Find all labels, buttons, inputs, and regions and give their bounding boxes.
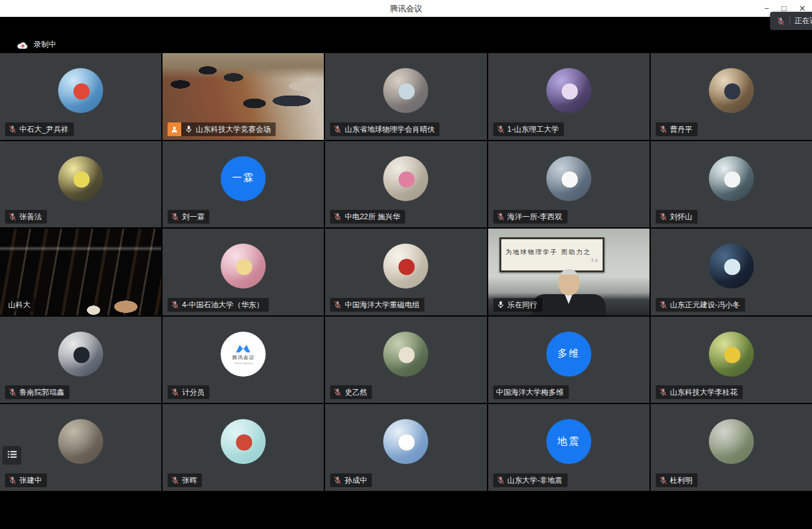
participant-tile[interactable]: 刘怀山	[651, 141, 812, 228]
participant-tile[interactable]: 中石大_尹兵祥	[0, 53, 161, 140]
mic-muted-icon	[659, 476, 668, 485]
name-label: 乐在同行	[493, 298, 543, 312]
participant-name: 山东正元建设-冯小冬	[670, 300, 740, 310]
mic-muted-icon	[776, 17, 785, 26]
mic-muted-icon	[8, 125, 17, 134]
participant-name: 中国海洋大学重磁电组	[344, 300, 419, 310]
mic-muted-icon	[171, 212, 179, 221]
participant-grid: 中石大_尹兵祥山东科技大学竞赛会场山东省地球物理学会肖晴伕1-山东理工大学曹丹平…	[0, 53, 812, 491]
mic-muted-icon	[496, 125, 505, 134]
participant-tile[interactable]: 一霖刘一霖	[163, 141, 324, 228]
avatar-snow-sculpture-photo	[709, 156, 754, 201]
mic-muted-icon	[659, 212, 668, 221]
name-label: 中石大_尹兵祥	[5, 122, 74, 136]
avatar-initials: 多维	[546, 332, 591, 377]
name-label: 4-中国石油大学（华东）	[168, 298, 269, 312]
name-label: 孙成中	[330, 473, 372, 487]
speaking-indicator-panel[interactable]: 正在讲话	[770, 12, 812, 30]
mic-muted-icon	[8, 212, 17, 221]
avatar-initials: 地震	[546, 419, 591, 464]
participant-name: 史乙然	[344, 387, 367, 397]
participant-tile[interactable]: 张善法	[0, 141, 161, 228]
participant-name: 杜利明	[670, 475, 693, 485]
participant-name: 海洋一所-李西双	[508, 212, 563, 222]
participant-tile[interactable]: 山东科技大学竞赛会场	[163, 53, 324, 140]
participant-tile[interactable]: 海洋一所-李西双	[488, 141, 649, 228]
panel-divider	[789, 17, 790, 25]
mic-muted-icon	[8, 476, 17, 485]
mic-muted-icon	[333, 300, 342, 309]
participant-tile[interactable]: 多维中国海洋大学梅多维	[488, 317, 649, 403]
participant-tile[interactable]: 张建中	[0, 404, 161, 491]
tencent-meeting-logo-icon	[234, 344, 253, 353]
avatar-street-scene-photo	[383, 68, 428, 113]
name-label: 刘怀山	[656, 210, 698, 224]
participant-tile[interactable]: 1-山东理工大学	[488, 53, 649, 140]
name-label: 山东正元建设-冯小冬	[656, 298, 745, 312]
participant-name: 刘怀山	[670, 212, 693, 222]
participant-tile[interactable]: 孙成中	[325, 404, 486, 491]
participant-tile[interactable]: 史乙然	[325, 317, 486, 403]
avatar-pink-anime-character	[221, 244, 266, 289]
participant-tile[interactable]: 山东正元建设-冯小冬	[651, 229, 812, 315]
mic-muted-icon	[496, 476, 505, 485]
mic-muted-icon	[171, 388, 179, 397]
mic-on-icon	[184, 125, 193, 134]
mic-muted-icon	[659, 388, 668, 397]
name-label: 山东省地球物理学会肖晴伕	[330, 122, 439, 136]
participant-name: 鲁南院郭琨鑫	[19, 387, 64, 397]
avatar-autumn-park-aerial-photo	[709, 332, 754, 377]
participant-name: 张善法	[19, 212, 42, 222]
participant-tile[interactable]: 中电22所 施兴华	[325, 141, 486, 228]
participant-name: 山东大学-非地震	[508, 475, 563, 485]
name-label: 海洋一所-李西双	[493, 210, 568, 224]
window-minimize-button[interactable]: −	[764, 4, 769, 12]
name-label: 曹丹平	[656, 122, 698, 136]
avatar-child-pink-hat-beach	[383, 156, 428, 201]
participant-name: 中电22所 施兴华	[344, 212, 400, 222]
mic-muted-icon	[171, 300, 179, 309]
participant-tile[interactable]: 鲁南院郭琨鑫	[0, 317, 161, 403]
recording-label: 录制中	[34, 39, 56, 50]
mic-muted-icon	[659, 300, 668, 309]
participant-tile[interactable]: 为地球物理学子 而助力之王 之乐在同行	[488, 229, 649, 315]
participant-name: 中石大_尹兵祥	[19, 124, 69, 134]
recording-indicator: 录制中	[17, 39, 56, 50]
mic-muted-icon	[496, 212, 505, 221]
name-label: 山东大学-非地震	[493, 473, 568, 487]
participant-name: 山科大	[8, 300, 31, 310]
participant-tile[interactable]: 曹丹平	[651, 53, 812, 140]
participant-tile[interactable]: 地震山东大学-非地震	[488, 404, 649, 491]
name-label: 史乙然	[330, 385, 372, 399]
participant-name: 张晖	[182, 475, 197, 485]
avatar-hot-air-balloons-photo	[58, 68, 103, 113]
mic-muted-icon	[333, 125, 342, 134]
participant-name: 中国海洋大学梅多维	[496, 387, 564, 397]
participant-name: 山东省地球物理学会肖晴伕	[344, 124, 434, 134]
name-label: 山科大	[5, 298, 36, 312]
host-person-icon	[171, 126, 178, 133]
participant-tile[interactable]: 山东科技大学李桂花	[651, 317, 812, 403]
name-label: 张善法	[5, 210, 47, 224]
avatar-man-portrait-photo	[58, 332, 103, 377]
participant-tile[interactable]: 杜利明	[651, 404, 812, 491]
participant-tile[interactable]: 腾讯会议Tencent Meeting计分员	[163, 317, 324, 403]
participant-name: 计分员	[182, 387, 204, 397]
mic-muted-icon	[333, 388, 342, 397]
participant-name: 孙成中	[344, 475, 367, 485]
participant-tile[interactable]: 张晖	[163, 404, 324, 491]
member-list-toggle-button[interactable]	[3, 446, 21, 465]
participant-tile[interactable]: 4-中国石油大学（华东）	[163, 229, 324, 315]
participant-name: 1-山东理工大学	[508, 124, 559, 134]
name-label: 刘一霖	[168, 210, 209, 224]
participant-name: 乐在同行	[508, 300, 538, 310]
window-titlebar: 腾讯会议 − □ ✕	[0, 0, 812, 17]
participant-tile[interactable]: 中国海洋大学重磁电组	[325, 229, 486, 315]
name-label: 中电22所 施兴华	[330, 210, 405, 224]
participant-name: 刘一霖	[182, 212, 204, 222]
mic-muted-icon	[8, 388, 17, 397]
participant-name: 山东科技大学竞赛会场	[196, 124, 271, 134]
participant-name: 张建中	[19, 475, 42, 485]
participant-tile[interactable]: 山科大	[0, 229, 161, 315]
participant-tile[interactable]: 山东省地球物理学会肖晴伕	[325, 53, 486, 140]
